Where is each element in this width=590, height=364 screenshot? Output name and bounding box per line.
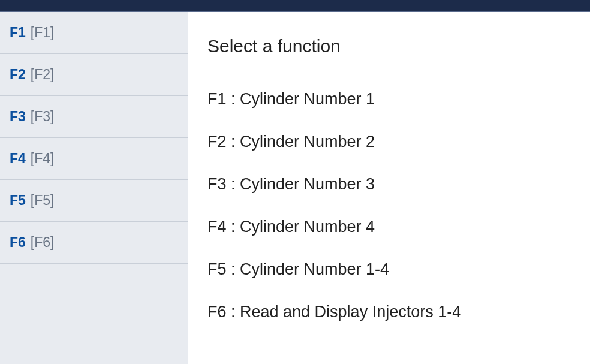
sidebar-item-shortcut: [F2] [31,67,55,83]
sidebar: F1 [F1] F2 [F2] F3 [F3] F4 [F4] F5 [F5] … [0,12,188,364]
sidebar-item-label: F6 [10,234,26,251]
sidebar-item-shortcut: [F3] [31,109,55,125]
body: F1 [F1] F2 [F2] F3 [F3] F4 [F4] F5 [F5] … [0,12,590,364]
function-line-f2: F2 : Cylinder Number 2 [207,133,578,151]
sidebar-item-f5[interactable]: F5 [F5] [0,180,188,222]
topbar [0,0,590,12]
sidebar-item-label: F2 [10,67,26,83]
sidebar-item-label: F5 [10,192,26,209]
function-line-f3: F3 : Cylinder Number 3 [207,175,578,194]
sidebar-item-f6[interactable]: F6 [F6] [0,222,188,264]
function-line-f1: F1 : Cylinder Number 1 [207,90,578,109]
sidebar-item-f4[interactable]: F4 [F4] [0,138,188,180]
sidebar-item-label: F1 [10,25,26,41]
sidebar-item-f3[interactable]: F3 [F3] [0,96,188,138]
function-line-f6: F6 : Read and Display Injectors 1-4 [207,303,578,321]
sidebar-item-label: F4 [10,151,26,167]
sidebar-item-shortcut: [F1] [31,25,55,41]
sidebar-item-shortcut: [F4] [31,151,55,167]
main-panel: Select a function F1 : Cylinder Number 1… [188,12,590,364]
sidebar-item-shortcut: [F5] [31,192,55,209]
app-root: F1 [F1] F2 [F2] F3 [F3] F4 [F4] F5 [F5] … [0,0,590,364]
sidebar-item-f1[interactable]: F1 [F1] [0,12,188,54]
function-line-f5: F5 : Cylinder Number 1-4 [207,260,578,279]
main-title: Select a function [207,36,578,56]
function-line-f4: F4 : Cylinder Number 4 [207,218,578,236]
sidebar-item-shortcut: [F6] [31,234,55,251]
sidebar-item-label: F3 [10,109,26,125]
sidebar-item-f2[interactable]: F2 [F2] [0,54,188,96]
